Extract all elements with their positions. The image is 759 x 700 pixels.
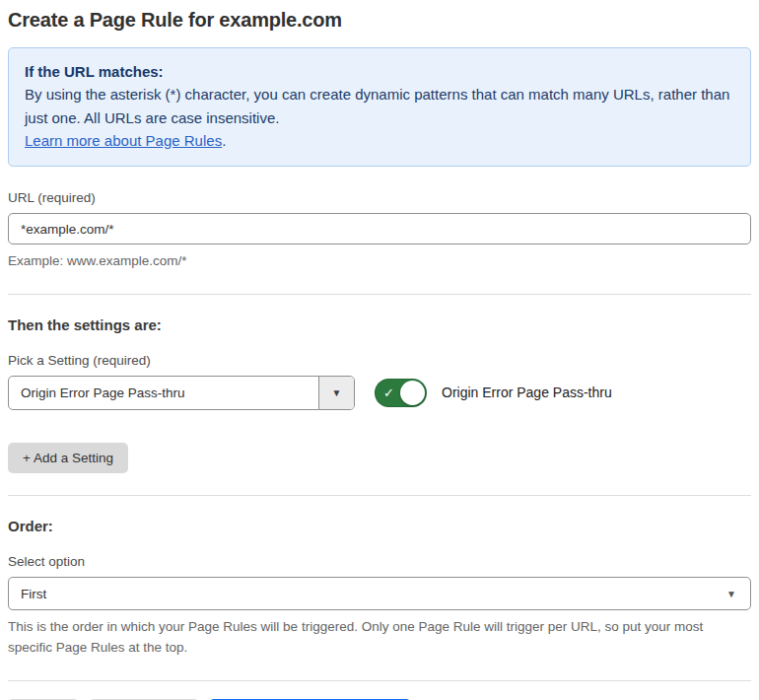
- setting-toggle-group: ✓ Origin Error Page Pass-thru: [375, 379, 612, 407]
- setting-row: Origin Error Page Pass-thru ▼ ✓ Origin E…: [8, 376, 751, 410]
- order-section-heading: Order:: [8, 518, 751, 534]
- setting-dropdown[interactable]: Origin Error Page Pass-thru ▼: [8, 376, 355, 410]
- divider: [8, 495, 751, 496]
- add-setting-wrap: + Add a Setting: [8, 443, 751, 474]
- setting-dropdown-button[interactable]: ▼: [318, 377, 354, 409]
- chevron-down-icon: ▼: [726, 589, 736, 599]
- page-title: Create a Page Rule for example.com: [8, 9, 751, 32]
- order-select-value: First: [21, 587, 46, 601]
- url-field-label: URL (required): [8, 190, 751, 205]
- info-box-body: By using the asterisk (*) character, you…: [25, 83, 734, 129]
- setting-dropdown-value: Origin Error Page Pass-thru: [9, 377, 318, 409]
- info-box-link-line: Learn more about Page Rules.: [25, 129, 734, 152]
- order-select-label: Select option: [8, 554, 751, 569]
- divider: [8, 680, 751, 681]
- add-setting-button[interactable]: + Add a Setting: [8, 443, 128, 474]
- toggle-knob: [400, 381, 425, 405]
- settings-section-heading: Then the settings are:: [8, 316, 751, 333]
- toggle-label: Origin Error Page Pass-thru: [442, 385, 612, 400]
- order-select[interactable]: First ▼: [8, 577, 751, 610]
- url-input[interactable]: [8, 213, 751, 245]
- check-icon: ✓: [383, 386, 394, 399]
- url-match-info-box: If the URL matches: By using the asteris…: [8, 47, 751, 167]
- url-field-helper: Example: www.example.com/*: [8, 251, 751, 272]
- chevron-down-icon: ▼: [332, 387, 342, 398]
- pick-setting-label: Pick a Setting (required): [8, 353, 751, 368]
- info-box-heading: If the URL matches:: [25, 60, 734, 83]
- origin-error-toggle[interactable]: ✓: [375, 379, 427, 407]
- divider: [8, 294, 751, 295]
- learn-more-link[interactable]: Learn more about Page Rules: [25, 132, 222, 149]
- link-suffix: .: [222, 132, 226, 149]
- order-helper-text: This is the order in which your Page Rul…: [8, 617, 751, 659]
